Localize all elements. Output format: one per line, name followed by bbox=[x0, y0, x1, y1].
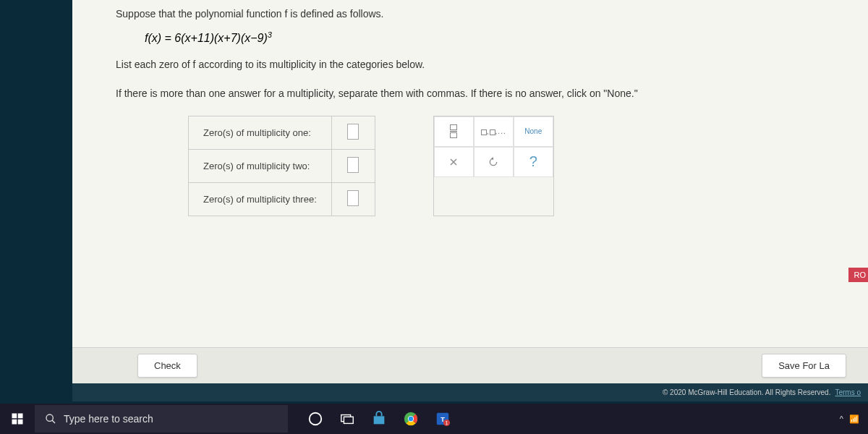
app-icon[interactable]: T1 bbox=[430, 406, 456, 432]
svg-rect-1 bbox=[18, 414, 23, 419]
search-placeholder: Type here to search bbox=[64, 413, 153, 425]
reset-tool[interactable] bbox=[474, 147, 514, 177]
close-tool[interactable] bbox=[434, 147, 474, 177]
search-icon bbox=[45, 413, 56, 425]
formula: f(x) = 6(x+11)(x+7)(x−9)3 bbox=[116, 22, 846, 54]
help-tool[interactable]: ? bbox=[514, 147, 553, 177]
instruction: List each zero of f according to its mul… bbox=[116, 54, 846, 75]
answer-table: Zero(s) of multiplicity one: Zero(s) of … bbox=[188, 116, 375, 216]
table-row: Zero(s) of multiplicity two: bbox=[189, 149, 375, 182]
comma-list-tool[interactable]: ,,... bbox=[474, 116, 514, 147]
svg-rect-8 bbox=[344, 417, 353, 423]
search-input[interactable]: Type here to search bbox=[35, 405, 288, 433]
chevron-up-icon[interactable]: ^ bbox=[840, 414, 843, 423]
footer: © 2020 McGraw-Hill Education. All Rights… bbox=[72, 383, 868, 401]
toolbox: ,,... None ? bbox=[433, 116, 554, 216]
none-button[interactable]: None bbox=[514, 116, 553, 147]
svg-line-5 bbox=[52, 420, 55, 423]
windows-icon bbox=[11, 412, 24, 425]
side-badge: RO bbox=[848, 268, 869, 282]
question-intro: Suppose that the polynomial function f i… bbox=[116, 0, 846, 22]
svg-rect-0 bbox=[12, 414, 17, 419]
svg-point-6 bbox=[310, 413, 322, 425]
start-button[interactable] bbox=[0, 404, 35, 434]
row-label: Zero(s) of multiplicity one: bbox=[189, 116, 332, 149]
svg-rect-3 bbox=[18, 420, 23, 425]
answer-input-1[interactable] bbox=[347, 124, 359, 140]
row-label: Zero(s) of multiplicity two: bbox=[189, 149, 332, 182]
cortana-icon[interactable] bbox=[302, 406, 328, 432]
store-icon[interactable] bbox=[366, 406, 392, 432]
row-label: Zero(s) of multiplicity three: bbox=[189, 182, 332, 216]
copyright: © 2020 McGraw-Hill Education. All Rights… bbox=[663, 388, 830, 396]
subinstruction: If there is more than one answer for a m… bbox=[116, 75, 846, 112]
fraction-tool[interactable] bbox=[434, 116, 474, 147]
svg-rect-2 bbox=[12, 420, 17, 425]
answer-input-3[interactable] bbox=[347, 190, 359, 206]
svg-text:1: 1 bbox=[446, 420, 448, 425]
save-button[interactable]: Save For La bbox=[762, 354, 846, 378]
terms-link[interactable]: Terms o bbox=[835, 388, 861, 396]
reset-icon bbox=[488, 156, 499, 168]
table-row: Zero(s) of multiplicity three: bbox=[189, 182, 375, 216]
task-view-icon[interactable] bbox=[334, 406, 360, 432]
svg-point-4 bbox=[46, 414, 53, 421]
check-button[interactable]: Check bbox=[137, 354, 197, 378]
button-bar: Check Save For La bbox=[72, 347, 868, 383]
system-tray[interactable]: ^ 📶 bbox=[837, 404, 862, 434]
table-row: Zero(s) of multiplicity one: bbox=[189, 116, 375, 149]
answer-input-2[interactable] bbox=[347, 157, 359, 173]
svg-point-14 bbox=[409, 417, 413, 421]
close-icon bbox=[448, 156, 459, 168]
chrome-icon[interactable] bbox=[398, 406, 424, 432]
network-icon[interactable]: 📶 bbox=[849, 414, 859, 424]
svg-rect-9 bbox=[374, 416, 385, 424]
taskbar: Type here to search T1 ^ 📶 bbox=[0, 404, 868, 434]
